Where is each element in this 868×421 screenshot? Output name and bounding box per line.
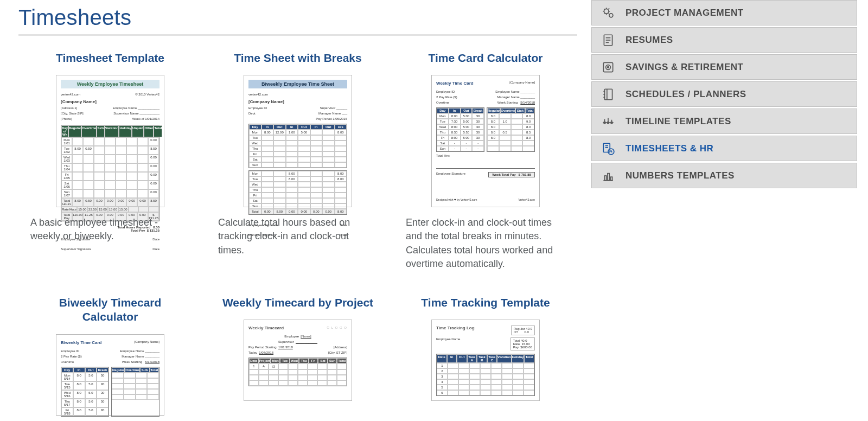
- template-title-link[interactable]: Time Tracking Template: [421, 296, 550, 310]
- template-title-link[interactable]: Time Card Calculator: [429, 51, 543, 65]
- template-thumbnail[interactable]: Biweekly Employee Time Sheet vertex42.co…: [244, 75, 352, 207]
- sidebar-item-schedules-planners[interactable]: SCHEDULES / PLANNERS: [591, 81, 857, 107]
- thumb-company: [Company Name]: [61, 99, 159, 104]
- sidebar-item-label: NUMBERS TEMPLATES: [626, 170, 735, 181]
- sidebar-item-label: RESUMES: [626, 35, 673, 46]
- thumb-heading: Time Tracking Log: [436, 326, 475, 335]
- template-thumbnail[interactable]: Weekly Employee Timesheet vertex42.com© …: [56, 75, 164, 207]
- template-grid: Timesheet Template Weekly Employee Times…: [18, 51, 577, 416]
- template-card: Biweekly Timecard Calculator Biweekly Ti…: [30, 296, 190, 416]
- document-icon: [601, 33, 616, 48]
- thumb-heading: Biweekly Employee Time Sheet: [248, 80, 347, 88]
- template-title-link[interactable]: Time Sheet with Breaks: [234, 51, 361, 65]
- thumb-heading: Weekly Timecard: [248, 326, 284, 330]
- sidebar-item-resumes[interactable]: RESUMES: [591, 27, 857, 53]
- timesheet-icon: [601, 141, 616, 156]
- template-thumbnail[interactable]: Weekly Time Card[Company Name] Employee …: [431, 75, 540, 207]
- template-description: Calculate total hours based on tracking …: [218, 216, 378, 257]
- category-sidebar: PROJECT MANAGEMENT RESUMES SAVINGS & RET…: [591, 0, 868, 421]
- svg-rect-9: [605, 89, 612, 100]
- template-title-link[interactable]: Biweekly Timecard Calculator: [30, 296, 190, 324]
- sidebar-item-label: PROJECT MANAGEMENT: [626, 8, 744, 18]
- thumb-heading: Biweekly Time Card: [61, 340, 101, 345]
- sidebar-item-savings-retirement[interactable]: SAVINGS & RETIREMENT: [591, 54, 857, 80]
- main-content: Timesheets Timesheet Template Weekly Emp…: [0, 0, 591, 421]
- safe-icon: [601, 60, 616, 75]
- timeline-icon: [601, 114, 616, 129]
- template-description: A basic employee timesheet - weekly or b…: [30, 216, 190, 243]
- sidebar-item-label: SCHEDULES / PLANNERS: [626, 89, 746, 100]
- svg-rect-26: [605, 176, 607, 181]
- sidebar-item-label: SAVINGS & RETIREMENT: [626, 62, 743, 73]
- template-card: Weekly Timecard by Project Weekly Timeca…: [218, 296, 378, 416]
- template-thumbnail[interactable]: Time Tracking Log Regular 40.0OT 0.0 Emp…: [431, 320, 540, 401]
- template-description: Enter clock-in and clock-out times and t…: [406, 216, 565, 271]
- template-card: Time Card Calculator Weekly Time Card[Co…: [406, 51, 565, 271]
- template-title-link[interactable]: Timesheet Template: [56, 51, 164, 65]
- sidebar-item-numbers-templates[interactable]: NUMBERS TEMPLATES: [591, 163, 857, 188]
- gears-icon: [601, 5, 616, 21]
- thumb-company: [Company Name]: [248, 99, 347, 104]
- template-card: Time Sheet with Breaks Biweekly Employee…: [218, 51, 378, 271]
- template-card: Timesheet Template Weekly Employee Times…: [30, 51, 190, 271]
- thumb-heading: Weekly Employee Timesheet: [61, 80, 159, 88]
- sidebar-item-project-management[interactable]: PROJECT MANAGEMENT: [591, 0, 857, 25]
- sidebar-item-label: TIMESHEETS & HR: [626, 143, 713, 154]
- chart-icon: [601, 168, 616, 183]
- sidebar-item-timesheets-hr[interactable]: TIMESHEETS & HR: [591, 136, 857, 161]
- svg-rect-27: [608, 173, 609, 180]
- divider: [18, 34, 577, 36]
- sidebar-item-label: TIMELINE TEMPLATES: [626, 116, 731, 127]
- template-thumbnail[interactable]: Biweekly Time Card[Company Name] Employe…: [56, 334, 164, 416]
- category-list: PROJECT MANAGEMENT RESUMES SAVINGS & RET…: [591, 0, 857, 188]
- svg-point-8: [608, 66, 609, 68]
- notebook-icon: [601, 87, 616, 102]
- template-title-link[interactable]: Weekly Timecard by Project: [222, 296, 373, 310]
- svg-point-1: [609, 13, 613, 17]
- thumb-heading: Weekly Time Card: [436, 81, 474, 86]
- svg-rect-28: [610, 177, 612, 181]
- template-card: Time Tracking Template Time Tracking Log…: [406, 296, 565, 416]
- section-title: Timesheets: [18, 5, 577, 30]
- sidebar-item-timeline-templates[interactable]: TIMELINE TEMPLATES: [591, 109, 857, 134]
- template-thumbnail[interactable]: Weekly Timecard① L O G O Employee [Name]…: [244, 320, 352, 401]
